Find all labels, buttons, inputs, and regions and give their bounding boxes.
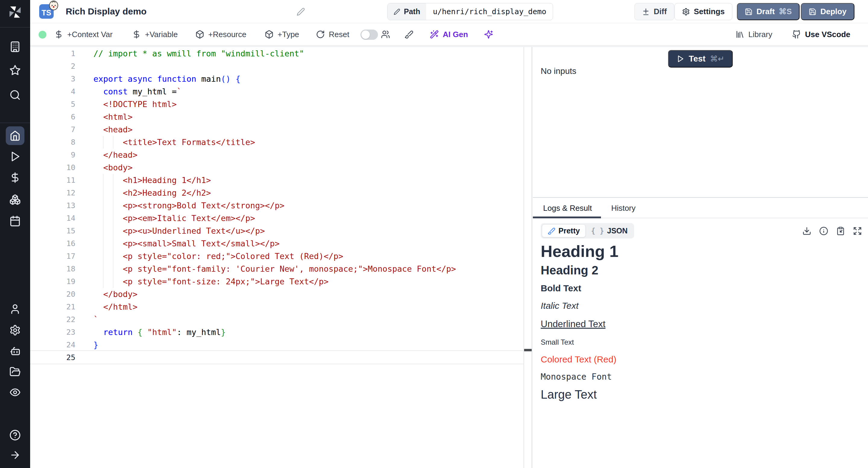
reset-button[interactable]: Reset: [316, 24, 349, 45]
rendered-result: Heading 1Heading 2Bold TextItalic TextUn…: [541, 242, 868, 401]
sidebar-item-help[interactable]: [9, 430, 21, 441]
code-line[interactable]: return { "html": my_html}: [93, 326, 456, 339]
code-line[interactable]: <p><em>Italic Text</em></p>: [93, 212, 456, 225]
sidebar-item-folders[interactable]: [9, 366, 21, 378]
code-line[interactable]: </html>: [93, 301, 456, 313]
code-line[interactable]: <p><u>Underlined Text</u></p>: [93, 225, 456, 237]
path-field[interactable]: Path u/henri/rich_display_demo: [387, 3, 553, 20]
info-icon[interactable]: [819, 227, 828, 235]
edit-title-icon[interactable]: [297, 7, 305, 16]
code-line[interactable]: const my_html =`: [93, 85, 456, 98]
code-line[interactable]: <h2>Heading 2</h2>: [93, 187, 456, 199]
code-line[interactable]: <head>: [93, 123, 456, 136]
code-line[interactable]: </body>: [93, 288, 456, 301]
code-line[interactable]: </head>: [93, 149, 456, 161]
result-line-mono: Monospace Font: [541, 372, 868, 382]
use-vscode-button[interactable]: Use VScode: [792, 24, 850, 45]
line-number: 4: [30, 85, 75, 98]
format-code-button[interactable]: [404, 24, 413, 45]
sidebar-divider: [0, 123, 30, 123]
boxes-icon: [9, 194, 21, 205]
code-line[interactable]: export async function main() {: [93, 73, 456, 85]
code-line[interactable]: <!DOCTYPE html>: [93, 98, 456, 111]
right-panel: Test ⌘↵ No inputs Logs & Result History: [533, 47, 868, 468]
editor-splitter[interactable]: [524, 47, 532, 468]
add-variable-button[interactable]: +Variable: [132, 24, 178, 45]
sidebar-item-resources[interactable]: [9, 194, 21, 205]
code-line[interactable]: [93, 351, 456, 364]
script-emoji-icon: [49, 0, 59, 10]
dollar-icon: [54, 30, 63, 39]
sidebar-item-runs[interactable]: [9, 151, 21, 162]
folder-open-icon: [9, 366, 21, 378]
sidebar-item-schedules[interactable]: [9, 215, 21, 227]
sidebar-item-collapse[interactable]: [9, 449, 21, 461]
inputs-section: Test ⌘↵ No inputs: [533, 47, 868, 198]
code-line[interactable]: <p style="font-family: 'Courier New', mo…: [93, 263, 456, 275]
tab-logs-result[interactable]: Logs & Result: [533, 198, 601, 218]
library-button[interactable]: Library: [735, 24, 772, 45]
code-line[interactable]: <body>: [93, 161, 456, 174]
windmill-logo-icon[interactable]: [7, 4, 23, 20]
expand-icon[interactable]: [853, 227, 862, 235]
wand-icon: [430, 30, 439, 39]
settings-button[interactable]: Settings: [675, 3, 733, 20]
sidebar-item-home[interactable]: [6, 126, 24, 145]
draft-button[interactable]: Draft ⌘S: [737, 3, 800, 20]
sidebar-item-workspace[interactable]: [9, 41, 21, 53]
test-button[interactable]: Test ⌘↵: [668, 50, 733, 67]
result-line-h1: Heading 1: [541, 242, 868, 260]
add-type-button[interactable]: +Type: [265, 24, 299, 45]
sidebar-item-settings[interactable]: [9, 324, 21, 336]
diff-button[interactable]: Diff: [634, 3, 674, 20]
code-line[interactable]: <p><strong>Bold Text</strong></p>: [93, 199, 456, 212]
line-number: 6: [30, 111, 75, 123]
result-actions: [802, 227, 862, 235]
code-line[interactable]: <title>Text Formats</title>: [93, 136, 456, 149]
view-pretty-button[interactable]: Pretty: [542, 224, 586, 237]
code-line[interactable]: <p><small>Small Text</small></p>: [93, 237, 456, 250]
sidebar-item-search[interactable]: [9, 89, 21, 101]
ai-sparkles-button[interactable]: [484, 24, 493, 45]
code-editor[interactable]: 1234567891011121314151617181920212223242…: [30, 47, 524, 468]
sidebar-item-audit[interactable]: [9, 387, 21, 398]
ai-gen-button[interactable]: AI Gen: [430, 24, 468, 45]
line-number-gutter: 1234567891011121314151617181920212223242…: [30, 47, 75, 364]
add-context-var-button[interactable]: +Context Var: [54, 24, 113, 45]
line-number: 18: [30, 263, 75, 275]
code-line[interactable]: <p style="font-size: 24px;">Large Text</…: [93, 275, 456, 288]
sidebar-item-account[interactable]: [9, 303, 21, 315]
bot-icon: [9, 346, 21, 357]
code-line[interactable]: // import * as wmill from "windmill-clie…: [93, 47, 456, 60]
tab-history[interactable]: History: [601, 198, 645, 218]
line-number: 23: [30, 326, 75, 339]
code-line[interactable]: `: [93, 313, 456, 326]
paintbrush-icon: [404, 30, 413, 39]
view-json-button[interactable]: { } JSON: [586, 225, 633, 237]
multiplayer-toggle[interactable]: [361, 30, 378, 40]
add-resource-button[interactable]: +Resource: [195, 24, 246, 45]
arrow-right-icon: [9, 449, 21, 461]
code-line[interactable]: <p style="color: red;">Colored Text (Red…: [93, 250, 456, 263]
sidebar-item-workers[interactable]: [9, 346, 21, 357]
indent-guide: [113, 174, 113, 288]
collaborators-button[interactable]: [381, 24, 390, 45]
sidebar-item-favorites[interactable]: [9, 64, 21, 76]
gear-icon: [682, 8, 690, 16]
deploy-button[interactable]: Deploy: [801, 3, 855, 20]
clipboard-copy-icon[interactable]: [836, 227, 845, 235]
sidebar-item-variables[interactable]: [9, 172, 21, 183]
line-number: 15: [30, 225, 75, 237]
top-header: TS Rich Display demo Path u/henri/rich_d…: [30, 0, 868, 23]
code-line[interactable]: [93, 60, 456, 73]
star-icon: [9, 64, 21, 76]
code-line[interactable]: }: [93, 339, 456, 351]
code-line[interactable]: <html>: [93, 111, 456, 123]
download-icon[interactable]: [802, 227, 811, 235]
github-icon: [792, 30, 801, 39]
eye-icon: [9, 387, 21, 398]
library-icon: [735, 30, 744, 39]
code-content[interactable]: // import * as wmill from "windmill-clie…: [93, 47, 456, 364]
users-icon: [381, 30, 390, 39]
code-line[interactable]: <h1>Heading 1</h1>: [93, 174, 456, 187]
